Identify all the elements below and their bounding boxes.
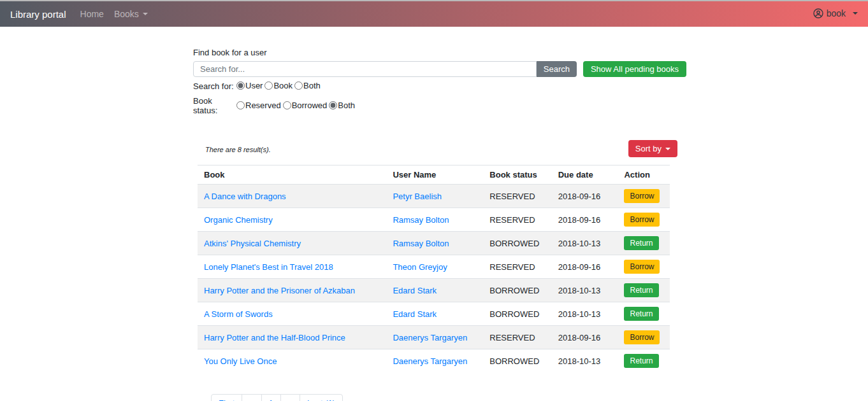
borrow-button[interactable]: Borrow	[624, 189, 660, 203]
search-form-label: Find book for a user	[193, 48, 686, 57]
column-header-action: Action	[618, 165, 670, 185]
radio-input-book[interactable]	[264, 81, 273, 90]
column-header-due-date: Due date	[552, 165, 618, 185]
radio-option-book[interactable]: Book	[264, 81, 293, 90]
user-name-link[interactable]: Ramsay Bolton	[393, 215, 449, 225]
nav-item-books-label: Books	[114, 9, 139, 19]
table-row: Organic ChemistryRamsay BoltonRESERVED20…	[198, 208, 670, 232]
book-status-options: ReservedBorrowedBoth	[236, 101, 357, 111]
due-date-value: 2018-10-13	[552, 302, 618, 326]
user-name-link[interactable]: Ramsay Bolton	[393, 239, 449, 248]
radio-option-both[interactable]: Both	[329, 101, 355, 110]
nav-item-home[interactable]: Home	[80, 9, 104, 19]
radio-option-borrowed[interactable]: Borrowed	[283, 101, 328, 110]
radio-label: Both	[303, 81, 321, 90]
brand-link[interactable]: Library portal	[10, 9, 66, 20]
book-status-row: Book status: ReservedBorrowedBoth	[193, 96, 686, 115]
return-button[interactable]: Return	[624, 236, 658, 250]
due-date-value: 2018-09-16	[552, 326, 618, 349]
user-name-link[interactable]: Theon Greyjoy	[393, 262, 447, 272]
table-header-row: BookUser NameBook statusDue dateAction	[198, 165, 670, 185]
book-link[interactable]: Lonely Planet's Best in Travel 2018	[204, 262, 333, 272]
user-name-link[interactable]: Daenerys Targaryen	[393, 356, 467, 366]
user-name-link[interactable]: Daenerys Targaryen	[393, 333, 467, 342]
book-status-label: Book status:	[193, 96, 236, 115]
table-row: Harry Potter and the Prisoner of Azkaban…	[198, 279, 670, 302]
radio-label: Reserved	[245, 101, 281, 110]
borrow-button[interactable]: Borrow	[624, 330, 660, 344]
table-row: You Only Live OnceDaenerys TargaryenBORR…	[198, 349, 670, 373]
column-header-book: Book	[198, 165, 386, 185]
radio-option-reserved[interactable]: Reserved	[236, 101, 281, 110]
radio-input-reserved[interactable]	[236, 101, 245, 109]
column-header-book-status: Book status	[483, 165, 551, 185]
book-status-value: BORROWED	[483, 279, 551, 302]
search-input-group: Search Show All pending books	[193, 61, 686, 77]
radio-option-user[interactable]: User	[236, 81, 263, 90]
book-link[interactable]: A Storm of Swords	[204, 309, 273, 319]
main-content: Find book for a user Search Show All pen…	[193, 27, 686, 401]
due-date-value: 2018-10-13	[552, 279, 618, 302]
search-for-options: UserBookBoth	[236, 81, 322, 92]
book-status-value: BORROWED	[483, 302, 551, 326]
book-link[interactable]: A Dance with Dragons	[204, 192, 286, 201]
book-link[interactable]: You Only Live Once	[204, 356, 277, 366]
radio-input-both[interactable]	[329, 101, 337, 109]
pagination-prev[interactable]: «	[242, 394, 261, 401]
user-name-link[interactable]: Edard Stark	[393, 286, 437, 295]
book-status-value: RESERVED	[483, 326, 551, 349]
results-header-row: There are 8 result(s). Sort by	[198, 140, 677, 157]
book-status-value: BORROWED	[483, 349, 551, 373]
pagination-next[interactable]: »	[280, 394, 300, 401]
table-row: Harry Potter and the Half-Blood PrinceDa…	[198, 326, 670, 349]
sort-by-button[interactable]: Sort by	[628, 140, 677, 157]
return-button[interactable]: Return	[624, 354, 658, 368]
radio-label: User	[245, 81, 263, 90]
book-link[interactable]: Harry Potter and the Half-Blood Prince	[204, 333, 345, 342]
due-date-value: 2018-10-13	[552, 349, 618, 373]
nav-item-books[interactable]: Books	[114, 9, 148, 19]
chevron-down-icon	[665, 148, 670, 150]
table-row: A Storm of SwordsEdard StarkBORROWED2018…	[198, 302, 670, 326]
pagination: First«1»Last (1)	[211, 394, 343, 401]
borrow-button[interactable]: Borrow	[624, 260, 660, 274]
radio-label: Both	[338, 101, 355, 110]
radio-input-user[interactable]	[236, 81, 245, 90]
user-name-link[interactable]: Petyr Baelish	[393, 192, 442, 201]
book-status-value: RESERVED	[483, 255, 551, 279]
due-date-value: 2018-09-16	[552, 208, 618, 232]
radio-input-borrowed[interactable]	[283, 101, 291, 109]
user-circle-icon	[813, 8, 823, 18]
search-input[interactable]	[193, 61, 537, 77]
radio-label: Book	[273, 81, 293, 90]
search-for-row: Search for: UserBookBoth	[193, 81, 686, 92]
book-link[interactable]: Atkins' Physical Chemistry	[204, 239, 301, 248]
pagination-first[interactable]: First	[211, 394, 242, 401]
radio-option-both[interactable]: Both	[294, 81, 321, 90]
sort-by-label: Sort by	[635, 144, 662, 153]
navbar-right: book	[813, 8, 858, 20]
book-status-value: RESERVED	[483, 185, 551, 208]
book-status-value: RESERVED	[483, 208, 551, 232]
column-header-user-name: User Name	[386, 165, 483, 185]
table-row: A Dance with DragonsPetyr BaelishRESERVE…	[198, 185, 670, 208]
user-menu[interactable]: book	[813, 8, 858, 18]
radio-label: Borrowed	[292, 101, 328, 110]
show-pending-books-button[interactable]: Show All pending books	[583, 61, 686, 77]
book-status-value: BORROWED	[483, 232, 551, 255]
return-button[interactable]: Return	[624, 307, 658, 321]
return-button[interactable]: Return	[624, 283, 658, 297]
book-link[interactable]: Organic Chemistry	[204, 215, 273, 225]
pagination-page-1[interactable]: 1	[261, 394, 281, 401]
radio-input-both[interactable]	[294, 81, 303, 90]
pagination-last[interactable]: Last (1)	[300, 394, 343, 401]
book-link[interactable]: Harry Potter and the Prisoner of Azkaban	[204, 286, 355, 295]
borrow-button[interactable]: Borrow	[624, 213, 660, 227]
navbar-left: Library portal Home Books	[10, 9, 158, 20]
user-menu-label: book	[827, 8, 846, 18]
user-name-link[interactable]: Edard Stark	[393, 309, 437, 319]
table-row: Atkins' Physical ChemistryRamsay BoltonB…	[198, 232, 670, 255]
chevron-down-icon	[143, 13, 148, 15]
due-date-value: 2018-09-16	[552, 185, 618, 208]
search-button[interactable]: Search	[537, 61, 577, 77]
